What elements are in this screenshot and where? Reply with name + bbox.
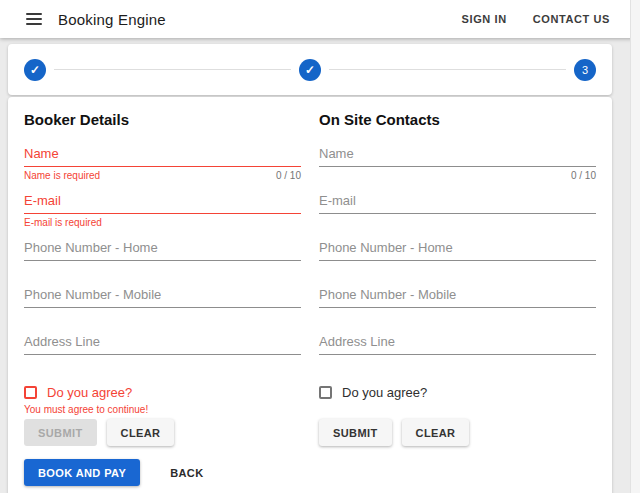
footer-actions: BOOK AND PAY BACK [24,459,301,486]
contact-us-button[interactable]: CONTACT US [523,7,620,31]
booker-clear-button[interactable]: CLEAR [107,419,175,446]
booker-agree-label[interactable]: Do you agree? [47,385,132,400]
back-button[interactable]: BACK [156,467,217,479]
booker-agree-error: You must agree to continue! [24,401,301,417]
onsite-phone-home-label: Phone Number - Home [319,240,596,255]
onsite-name-label: Name [319,146,596,161]
onsite-agree-label[interactable]: Do you agree? [342,385,427,400]
booker-phone-home-field[interactable]: Phone Number - Home [24,238,301,261]
step-connector [54,69,291,70]
onsite-phone-mobile-field[interactable]: Phone Number - Mobile [319,285,596,308]
book-and-pay-button[interactable]: BOOK AND PAY [24,459,140,486]
booker-email-label: E-mail [24,193,301,208]
onsite-agree-checkbox-row[interactable]: Do you agree? [319,383,596,401]
vertical-scrollbar[interactable] [630,0,640,493]
onsite-name-field[interactable]: Name [319,144,596,167]
step-1-completed[interactable]: ✓ [24,59,46,81]
onsite-phone-home-field[interactable]: Phone Number - Home [319,238,596,261]
appbar-actions: SIGN IN CONTACT US [452,7,620,31]
booker-address-field[interactable]: Address Line [24,332,301,355]
stepper: ✓ ✓ 3 [8,44,612,95]
checkbox-unchecked-icon[interactable] [319,386,332,399]
onsite-contacts-column: On Site Contacts Name 0 / 10 E-mail Phon… [319,107,596,486]
booker-address-label: Address Line [24,334,301,349]
onsite-phone-mobile-label: Phone Number - Mobile [319,287,596,302]
step-connector [329,69,566,70]
onsite-name-helper: 0 / 10 [319,167,596,191]
booker-details-heading: Booker Details [24,111,301,128]
booker-name-error: Name is required [24,170,100,191]
booker-name-counter: 0 / 10 [276,170,301,191]
app-title: Booking Engine [58,11,166,28]
onsite-email-field[interactable]: E-mail [319,191,596,214]
sign-in-button[interactable]: SIGN IN [452,7,517,31]
booker-phone-mobile-label: Phone Number - Mobile [24,287,301,302]
onsite-address-label: Address Line [319,334,596,349]
onsite-contacts-heading: On Site Contacts [319,111,596,128]
booker-phone-mobile-field[interactable]: Phone Number - Mobile [24,285,301,308]
step-2-completed[interactable]: ✓ [299,59,321,81]
booker-name-helper: Name is required 0 / 10 [24,167,301,191]
onsite-name-counter: 0 / 10 [571,170,596,191]
booker-email-error: E-mail is required [24,217,102,238]
onsite-submit-button[interactable]: SUBMIT [319,419,392,446]
step-number: 3 [582,64,588,76]
onsite-address-field[interactable]: Address Line [319,332,596,355]
onsite-buttons-row: SUBMIT CLEAR [319,419,596,446]
menu-icon[interactable] [26,13,42,25]
onsite-clear-button[interactable]: CLEAR [402,419,470,446]
booker-buttons-row: SUBMIT CLEAR [24,419,301,446]
onsite-email-label: E-mail [319,193,596,208]
booker-email-helper: E-mail is required [24,214,301,238]
booking-form-card: Booker Details Name Name is required 0 /… [8,97,612,493]
booker-email-field[interactable]: E-mail [24,191,301,214]
step-3-current[interactable]: 3 [574,59,596,81]
booker-submit-button[interactable]: SUBMIT [24,419,97,446]
booker-phone-home-label: Phone Number - Home [24,240,301,255]
booker-name-field[interactable]: Name [24,144,301,167]
app-bar: Booking Engine SIGN IN CONTACT US [0,0,640,38]
checkbox-unchecked-icon[interactable] [24,386,37,399]
check-icon: ✓ [30,64,40,76]
booker-agree-checkbox-row[interactable]: Do you agree? [24,383,301,401]
check-icon: ✓ [305,64,315,76]
booker-name-label: Name [24,146,301,161]
booker-details-column: Booker Details Name Name is required 0 /… [24,107,301,486]
